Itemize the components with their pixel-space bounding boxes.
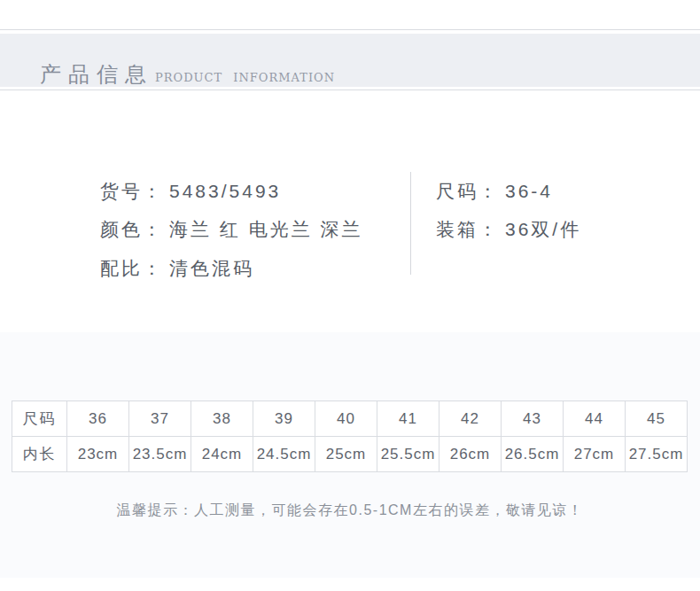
- size-cell: 39: [253, 401, 315, 437]
- spec-label: 货号: [100, 179, 143, 204]
- spec-label: 装箱: [436, 217, 478, 242]
- header-bottom-line: [0, 89, 700, 90]
- spec-row-size-range: 尺码：36-4: [436, 172, 581, 211]
- table-row-sizes: 尺码 36 37 38 39 40 41 42 43 44 45: [12, 401, 688, 437]
- size-cell: 37: [129, 401, 191, 437]
- spec-value: 海兰 红 电光兰 深兰: [169, 217, 363, 242]
- product-info-page: 产品信息 PRODUCT INFORMATION 货号：5483/5493 颜色…: [0, 0, 700, 591]
- spec-colon: ：: [143, 179, 164, 204]
- length-cell: 26cm: [439, 437, 502, 472]
- spec-label: 配比: [100, 256, 143, 281]
- section-header: 产品信息 PRODUCT INFORMATION: [0, 34, 700, 87]
- size-cell: 40: [315, 401, 377, 437]
- row-header-inner-length: 内长: [12, 437, 67, 472]
- top-divider-line: [0, 29, 700, 30]
- spec-row-color: 颜色：海兰 红 电光兰 深兰: [100, 211, 363, 250]
- size-cell: 43: [502, 401, 564, 437]
- size-cell: 44: [564, 401, 626, 437]
- spec-label: 尺码: [436, 179, 478, 204]
- spec-colon: ：: [143, 256, 164, 281]
- measurement-disclaimer: 温馨提示：人工测量，可能会存在0.5-1CM左右的误差，敬请见谅！: [0, 502, 700, 520]
- row-header-size: 尺码: [12, 401, 67, 437]
- length-cell: 26.5cm: [502, 437, 564, 472]
- spec-label: 颜色: [100, 217, 143, 242]
- length-cell: 23cm: [67, 437, 129, 472]
- spec-value: 5483/5493: [169, 181, 281, 202]
- length-cell: 23.5cm: [129, 437, 191, 472]
- length-cell: 27cm: [564, 437, 626, 472]
- size-cell: 41: [377, 401, 439, 437]
- spec-colon: ：: [478, 217, 500, 242]
- length-cell: 27.5cm: [626, 437, 688, 472]
- table-row-inner-length: 内长 23cm 23.5cm 24cm 24.5cm 25cm 25.5cm 2…: [12, 437, 688, 472]
- size-cell: 36: [67, 401, 129, 437]
- spec-column-left: 货号：5483/5493 颜色：海兰 红 电光兰 深兰 配比：清色混码: [100, 172, 363, 288]
- spec-value: 清色混码: [169, 256, 254, 281]
- spec-colon: ：: [478, 179, 500, 204]
- spec-value: 36双/件: [505, 217, 581, 242]
- size-cell: 42: [439, 401, 502, 437]
- spec-value: 36-4: [505, 181, 553, 202]
- size-chart-section: 尺码 36 37 38 39 40 41 42 43 44 45 内长 23cm…: [0, 332, 700, 578]
- size-cell: 45: [626, 401, 688, 437]
- spec-row-item-number: 货号：5483/5493: [100, 172, 363, 211]
- spec-colon: ：: [143, 217, 164, 242]
- length-cell: 25.5cm: [377, 437, 439, 472]
- size-chart-table: 尺码 36 37 38 39 40 41 42 43 44 45 内长 23cm…: [12, 400, 688, 472]
- length-cell: 24cm: [191, 437, 253, 472]
- spec-row-ratio: 配比：清色混码: [100, 249, 363, 288]
- spec-row-packing: 装箱：36双/件: [436, 211, 581, 250]
- page-subtitle: PRODUCT INFORMATION: [155, 72, 335, 83]
- spec-vertical-divider: [410, 172, 411, 275]
- size-cell: 38: [191, 401, 253, 437]
- page-title: 产品信息: [40, 64, 153, 85]
- length-cell: 25cm: [315, 437, 377, 472]
- length-cell: 24.5cm: [253, 437, 315, 472]
- spec-column-right: 尺码：36-4 装箱：36双/件: [436, 172, 581, 249]
